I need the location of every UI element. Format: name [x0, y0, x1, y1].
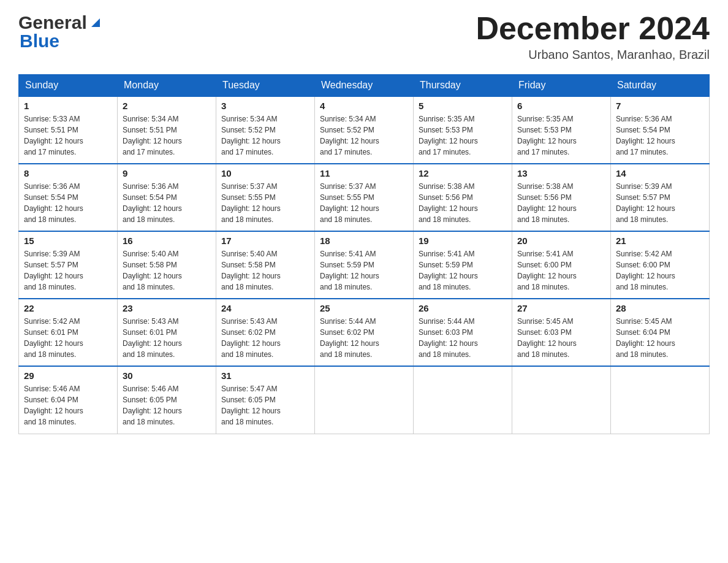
calendar-cell: 18 Sunrise: 5:41 AM Sunset: 5:59 PM Dayl… [315, 231, 414, 299]
day-number: 7 [616, 101, 704, 111]
logo-blue-text: Blue [20, 31, 102, 52]
day-number: 8 [24, 168, 112, 178]
day-number: 15 [24, 236, 112, 246]
day-info: Sunrise: 5:40 AM Sunset: 5:58 PM Dayligh… [221, 248, 309, 293]
calendar-cell: 14 Sunrise: 5:39 AM Sunset: 5:57 PM Dayl… [611, 164, 710, 231]
day-number: 30 [123, 370, 211, 381]
day-info: Sunrise: 5:47 AM Sunset: 6:05 PM Dayligh… [221, 383, 309, 427]
calendar-cell: 23 Sunrise: 5:43 AM Sunset: 6:01 PM Dayl… [118, 299, 216, 366]
day-number: 3 [221, 101, 309, 111]
location-subtitle: Urbano Santos, Maranhao, Brazil [476, 48, 710, 62]
day-info: Sunrise: 5:43 AM Sunset: 6:01 PM Dayligh… [123, 316, 211, 360]
day-info: Sunrise: 5:38 AM Sunset: 5:56 PM Dayligh… [419, 181, 507, 225]
day-number: 13 [517, 168, 605, 178]
col-tuesday: Tuesday [216, 75, 315, 97]
calendar-cell: 25 Sunrise: 5:44 AM Sunset: 6:02 PM Dayl… [315, 299, 414, 366]
day-number: 14 [616, 168, 704, 178]
day-number: 18 [320, 236, 408, 246]
col-thursday: Thursday [414, 75, 512, 97]
day-info: Sunrise: 5:42 AM Sunset: 6:01 PM Dayligh… [24, 316, 112, 360]
calendar-cell [414, 366, 512, 434]
page-header: General Blue December 2024 Urbano Santos… [18, 12, 710, 62]
calendar-cell: 19 Sunrise: 5:41 AM Sunset: 5:59 PM Dayl… [414, 231, 512, 299]
day-info: Sunrise: 5:37 AM Sunset: 5:55 PM Dayligh… [320, 181, 408, 225]
calendar-table: Sunday Monday Tuesday Wednesday Thursday… [18, 74, 710, 434]
day-info: Sunrise: 5:42 AM Sunset: 6:00 PM Dayligh… [616, 248, 704, 293]
month-title: December 2024 [476, 12, 710, 44]
day-info: Sunrise: 5:37 AM Sunset: 5:55 PM Dayligh… [221, 181, 309, 225]
day-number: 22 [24, 303, 112, 313]
calendar-cell: 8 Sunrise: 5:36 AM Sunset: 5:54 PM Dayli… [19, 164, 118, 231]
calendar-cell: 3 Sunrise: 5:34 AM Sunset: 5:52 PM Dayli… [216, 96, 315, 164]
calendar-cell: 7 Sunrise: 5:36 AM Sunset: 5:54 PM Dayli… [611, 96, 710, 164]
calendar-cell: 9 Sunrise: 5:36 AM Sunset: 5:54 PM Dayli… [118, 164, 216, 231]
day-info: Sunrise: 5:46 AM Sunset: 6:05 PM Dayligh… [123, 383, 211, 427]
calendar-cell: 27 Sunrise: 5:45 AM Sunset: 6:03 PM Dayl… [512, 299, 611, 366]
logo-triangle-icon [89, 16, 102, 29]
col-saturday: Saturday [611, 75, 710, 97]
day-number: 5 [419, 101, 507, 111]
day-number: 25 [320, 303, 408, 313]
day-info: Sunrise: 5:39 AM Sunset: 5:57 PM Dayligh… [24, 248, 112, 293]
week-row-2: 8 Sunrise: 5:36 AM Sunset: 5:54 PM Dayli… [19, 164, 710, 231]
calendar-cell: 16 Sunrise: 5:40 AM Sunset: 5:58 PM Dayl… [118, 231, 216, 299]
calendar-cell [315, 366, 414, 434]
calendar-cell: 4 Sunrise: 5:34 AM Sunset: 5:52 PM Dayli… [315, 96, 414, 164]
day-info: Sunrise: 5:41 AM Sunset: 5:59 PM Dayligh… [320, 248, 408, 293]
day-number: 16 [123, 236, 211, 246]
day-info: Sunrise: 5:41 AM Sunset: 6:00 PM Dayligh… [517, 248, 605, 293]
day-number: 28 [616, 303, 704, 313]
day-info: Sunrise: 5:36 AM Sunset: 5:54 PM Dayligh… [616, 113, 704, 158]
day-info: Sunrise: 5:34 AM Sunset: 5:51 PM Dayligh… [123, 113, 211, 158]
day-info: Sunrise: 5:45 AM Sunset: 6:04 PM Dayligh… [616, 316, 704, 360]
day-info: Sunrise: 5:43 AM Sunset: 6:02 PM Dayligh… [221, 316, 309, 360]
day-number: 27 [517, 303, 605, 313]
calendar-cell: 22 Sunrise: 5:42 AM Sunset: 6:01 PM Dayl… [19, 299, 118, 366]
day-info: Sunrise: 5:39 AM Sunset: 5:57 PM Dayligh… [616, 181, 704, 225]
logo-general-text: General [18, 12, 87, 33]
day-number: 26 [419, 303, 507, 313]
day-number: 31 [221, 370, 309, 381]
day-info: Sunrise: 5:34 AM Sunset: 5:52 PM Dayligh… [320, 113, 408, 158]
day-number: 21 [616, 236, 704, 246]
day-number: 29 [24, 370, 112, 381]
calendar-cell: 2 Sunrise: 5:34 AM Sunset: 5:51 PM Dayli… [118, 96, 216, 164]
week-row-1: 1 Sunrise: 5:33 AM Sunset: 5:51 PM Dayli… [19, 96, 710, 164]
calendar-cell [512, 366, 611, 434]
calendar-cell [611, 366, 710, 434]
day-info: Sunrise: 5:40 AM Sunset: 5:58 PM Dayligh… [123, 248, 211, 293]
calendar-cell: 28 Sunrise: 5:45 AM Sunset: 6:04 PM Dayl… [611, 299, 710, 366]
day-number: 17 [221, 236, 309, 246]
week-row-5: 29 Sunrise: 5:46 AM Sunset: 6:04 PM Dayl… [19, 366, 710, 434]
day-number: 20 [517, 236, 605, 246]
week-row-3: 15 Sunrise: 5:39 AM Sunset: 5:57 PM Dayl… [19, 231, 710, 299]
day-info: Sunrise: 5:34 AM Sunset: 5:52 PM Dayligh… [221, 113, 309, 158]
calendar-cell: 1 Sunrise: 5:33 AM Sunset: 5:51 PM Dayli… [19, 96, 118, 164]
day-info: Sunrise: 5:44 AM Sunset: 6:02 PM Dayligh… [320, 316, 408, 360]
calendar-cell: 12 Sunrise: 5:38 AM Sunset: 5:56 PM Dayl… [414, 164, 512, 231]
calendar-cell: 26 Sunrise: 5:44 AM Sunset: 6:03 PM Dayl… [414, 299, 512, 366]
day-number: 10 [221, 168, 309, 178]
calendar-cell: 31 Sunrise: 5:47 AM Sunset: 6:05 PM Dayl… [216, 366, 315, 434]
day-number: 19 [419, 236, 507, 246]
day-info: Sunrise: 5:33 AM Sunset: 5:51 PM Dayligh… [24, 113, 112, 158]
col-sunday: Sunday [19, 75, 118, 97]
day-number: 2 [123, 101, 211, 111]
day-info: Sunrise: 5:41 AM Sunset: 5:59 PM Dayligh… [419, 248, 507, 293]
day-number: 24 [221, 303, 309, 313]
title-area: December 2024 Urbano Santos, Maranhao, B… [476, 12, 710, 62]
day-info: Sunrise: 5:45 AM Sunset: 6:03 PM Dayligh… [517, 316, 605, 360]
calendar-header-row: Sunday Monday Tuesday Wednesday Thursday… [19, 75, 710, 97]
calendar-cell: 30 Sunrise: 5:46 AM Sunset: 6:05 PM Dayl… [118, 366, 216, 434]
day-info: Sunrise: 5:35 AM Sunset: 5:53 PM Dayligh… [419, 113, 507, 158]
day-info: Sunrise: 5:44 AM Sunset: 6:03 PM Dayligh… [419, 316, 507, 360]
day-number: 4 [320, 101, 408, 111]
calendar-cell: 24 Sunrise: 5:43 AM Sunset: 6:02 PM Dayl… [216, 299, 315, 366]
calendar-cell: 13 Sunrise: 5:38 AM Sunset: 5:56 PM Dayl… [512, 164, 611, 231]
day-number: 1 [24, 101, 112, 111]
day-number: 11 [320, 168, 408, 178]
calendar-cell: 11 Sunrise: 5:37 AM Sunset: 5:55 PM Dayl… [315, 164, 414, 231]
day-info: Sunrise: 5:36 AM Sunset: 5:54 PM Dayligh… [123, 181, 211, 225]
day-info: Sunrise: 5:36 AM Sunset: 5:54 PM Dayligh… [24, 181, 112, 225]
day-number: 9 [123, 168, 211, 178]
